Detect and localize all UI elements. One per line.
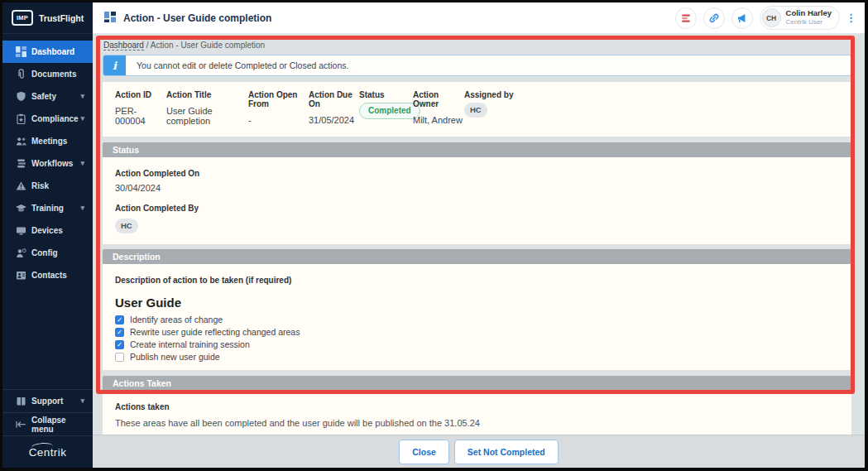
sidebar-item-label: Dashboard: [31, 47, 74, 56]
sidebar-item-label: Support: [31, 397, 63, 406]
field-value: 31/05/2024: [309, 115, 359, 125]
sidebar-item-compliance[interactable]: Compliance ▾: [2, 108, 93, 130]
sidebar-item-devices[interactable]: Devices: [2, 219, 93, 242]
sidebar-item-label: Risk: [31, 181, 49, 190]
sidebar-item-support[interactable]: Support ▾: [2, 390, 93, 412]
completed-on-value: 30/04/2024: [115, 183, 839, 193]
warning-triangle-icon: [15, 180, 26, 192]
breadcrumb: Dashboard / Action - User Guide completi…: [103, 41, 851, 50]
sidebar-item-documents[interactable]: Documents: [2, 63, 93, 85]
link-icon: [708, 12, 720, 24]
info-banner-text: You cannot edit or delete Completed or C…: [126, 55, 348, 75]
user-menu[interactable]: CH Colin Harley Centrik User: [760, 6, 840, 30]
field-status: Status Completed: [359, 90, 413, 126]
paperclip-icon: [15, 69, 26, 80]
header-actions: CH Colin Harley Centrik User ⋮: [669, 6, 865, 30]
completed-on-label: Action Completed On: [115, 169, 839, 178]
contacts-card-icon: [15, 270, 26, 281]
user-role: Centrik User: [786, 18, 832, 26]
completed-by-label: Action Completed By: [115, 204, 839, 213]
sidebar-item-label: Safety: [31, 92, 56, 101]
chevron-down-icon: ▾: [80, 115, 84, 123]
page-title-group: Action - User Guide completion: [93, 11, 271, 26]
brand-name: TrustFlight: [39, 13, 84, 23]
sidebar-item-config[interactable]: Config: [2, 242, 93, 264]
breadcrumb-dashboard-link[interactable]: Dashboard: [103, 41, 144, 50]
set-not-completed-button[interactable]: Set Not Completed: [454, 440, 559, 464]
kebab-menu-icon[interactable]: ⋮: [846, 12, 856, 24]
avatar: CH: [762, 8, 781, 27]
user-name: Colin Harley: [786, 9, 832, 18]
field-value: PER-000004: [115, 106, 166, 126]
sidebar-item-label: Collapse menu: [31, 416, 84, 434]
sidebar-item-training[interactable]: Training ▾: [2, 197, 93, 219]
page-title: Action - User Guide completion: [123, 12, 271, 24]
megaphone-icon: [736, 12, 748, 24]
field-label: Action Due On: [309, 90, 359, 108]
dashboard-grid-icon: [15, 46, 26, 58]
actions-taken-section-header: Actions Taken: [103, 376, 851, 391]
sidebar: IMP TrustFlight Dashboard Documents Safe…: [2, 2, 93, 468]
logo-swoosh: [31, 442, 53, 449]
sidebar-item-label: Training: [31, 204, 64, 213]
sidebar-item-workflows[interactable]: Workflows ▾: [2, 152, 93, 175]
field-value: -: [248, 115, 309, 125]
field-value: User Guide completion: [166, 106, 248, 126]
sidebar-item-label: Devices: [31, 226, 63, 235]
actions-taken-panel: Actions taken These areas have all been …: [103, 391, 851, 437]
sidebar-bottom: Support ▾ Collapse menu Centrik: [2, 389, 93, 468]
action-summary-panel: Action ID PER-000004 Action Title User G…: [103, 82, 851, 137]
actions-taken-text: These areas have all been completed and …: [115, 418, 839, 428]
centrik-logo-row: Centrik: [2, 436, 93, 468]
description-section-header: Description: [103, 249, 851, 264]
status-badge: Completed: [359, 103, 420, 119]
app-surface: IMP TrustFlight Dashboard Documents Safe…: [2, 2, 865, 468]
sidebar-nav: Dashboard Documents Safety ▾ Compliance …: [2, 41, 93, 286]
sidebar-item-meetings[interactable]: Meetings: [2, 130, 93, 152]
close-button[interactable]: Close: [399, 440, 449, 464]
shield-icon: [15, 91, 26, 103]
sidebar-item-risk[interactable]: Risk: [2, 175, 93, 197]
status-section-panel: Action Completed On 30/04/2024 Action Co…: [103, 157, 851, 244]
field-value: Milt, Andrew: [413, 115, 464, 125]
checkbox[interactable]: [115, 328, 124, 337]
brand-row: IMP TrustFlight: [2, 2, 93, 34]
field-label: Action Owner: [413, 90, 464, 108]
sidebar-item-dashboard[interactable]: Dashboard: [2, 41, 93, 63]
field-label: Status: [359, 90, 413, 99]
sidebar-item-label: Documents: [31, 70, 76, 79]
field-label: Action Title: [166, 90, 248, 99]
checklist-item-label: Rewrite user guide reflecting changed ar…: [130, 327, 300, 337]
checklist-item: Create internal training session: [115, 339, 839, 349]
checklist-item-label: Create internal training session: [130, 339, 250, 349]
field-action-due-on: Action Due On 31/05/2024: [309, 90, 359, 126]
clipboard-icon: [15, 113, 26, 125]
sidebar-item-collapse-menu[interactable]: Collapse menu: [2, 413, 93, 435]
sidebar-item-contacts[interactable]: Contacts: [2, 264, 93, 286]
announcements-button[interactable]: [731, 7, 753, 29]
people-icon: [15, 136, 26, 147]
queue-status-button[interactable]: [675, 7, 697, 29]
field-label: Action ID: [115, 90, 166, 99]
collapse-arrow-icon: [15, 419, 26, 430]
sidebar-item-safety[interactable]: Safety ▾: [2, 85, 93, 108]
checklist-item: Identify areas of change: [115, 315, 839, 324]
checkbox[interactable]: [115, 340, 124, 349]
breadcrumb-current: Action - User Guide completion: [151, 41, 265, 50]
link-button[interactable]: [703, 7, 725, 29]
field-label: Action Open From: [248, 90, 309, 108]
checkbox[interactable]: [115, 353, 124, 362]
user-name-block: Colin Harley Centrik User: [786, 9, 832, 26]
checklist-item-label: Identify areas of change: [130, 315, 223, 324]
info-banner: i You cannot edit or delete Completed or…: [103, 55, 851, 76]
chevron-down-icon: ▾: [80, 93, 84, 100]
actions-taken-label: Actions taken: [115, 402, 839, 411]
main-content: Dashboard / Action - User Guide completi…: [93, 35, 865, 468]
description-field-label: Description of action to be taken (if re…: [115, 276, 839, 285]
user-guide-heading: User Guide: [115, 296, 839, 310]
field-label: Assigned by: [464, 90, 513, 99]
checkbox[interactable]: [115, 315, 124, 324]
action-footer: Close Set Not Completed: [93, 435, 865, 468]
field-action-id: Action ID PER-000004: [115, 90, 166, 126]
sidebar-item-label: Meetings: [31, 137, 67, 146]
